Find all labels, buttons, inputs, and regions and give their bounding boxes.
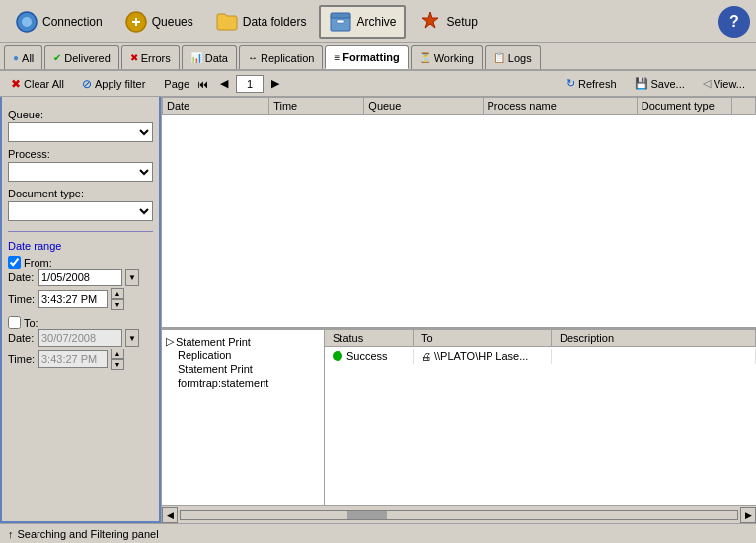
detail-header: Status To Description xyxy=(325,330,756,347)
tab-all[interactable]: ● All xyxy=(4,45,42,69)
printer-icon: 🖨 xyxy=(421,351,431,362)
from-date-row: Date: ▼ xyxy=(8,269,153,286)
save-icon: 💾 xyxy=(635,77,648,90)
action-bar: ✖ Clear All ⊘ Apply filter Page ⏮ ◀ ▶ ↻ … xyxy=(0,71,756,97)
to-time-input[interactable] xyxy=(38,350,108,368)
filter-panel: Queue: Process: Document type: Date rang… xyxy=(0,97,161,523)
from-checkbox-row: From: xyxy=(8,256,153,269)
queue-select[interactable] xyxy=(8,122,153,142)
from-date-spin[interactable]: ▼ xyxy=(125,269,139,286)
delivered-icon: ✔ xyxy=(53,52,61,63)
tab-bar: ● All ✔ Delivered ✖ Errors 📊 Data ↔ Repl… xyxy=(0,43,756,71)
to-checkbox-row: To: xyxy=(8,316,153,329)
time-label-from: Time: xyxy=(8,293,36,305)
hscroll[interactable]: ◀ ▶ xyxy=(162,505,756,523)
tab-errors[interactable]: ✖ Errors xyxy=(121,45,180,69)
detail-description xyxy=(552,349,756,364)
hscroll-track[interactable] xyxy=(180,510,738,520)
archive-label: Archive xyxy=(356,15,396,29)
tab-working[interactable]: ⏳ Working xyxy=(411,45,483,69)
tab-data-label: Data xyxy=(205,52,228,64)
tab-delivered-label: Delivered xyxy=(64,52,110,64)
document-type-select[interactable] xyxy=(8,201,153,221)
to-spin-down-icon[interactable]: ▼ xyxy=(111,359,124,370)
right-panel: Date Time Queue Process name Document ty… xyxy=(161,97,756,523)
spin-up-icon[interactable]: ▲ xyxy=(111,288,124,299)
queue-label: Queue: xyxy=(8,109,153,120)
save-button[interactable]: 💾 Save... xyxy=(628,74,692,93)
setup-button[interactable]: Setup xyxy=(410,6,486,38)
process-label: Process: xyxy=(8,148,153,160)
tree-item-replication[interactable]: Replication xyxy=(166,349,320,362)
clear-all-label: Clear All xyxy=(24,78,64,90)
document-type-field: Document type: xyxy=(8,188,153,221)
tree-label-2: Statement Print xyxy=(178,363,253,375)
spin-down-icon[interactable]: ▼ xyxy=(111,299,124,310)
to-checkbox[interactable] xyxy=(8,316,21,329)
folder-icon xyxy=(215,10,239,34)
col-time: Time xyxy=(269,98,364,115)
tree-label-1: Replication xyxy=(178,349,231,361)
clear-all-button[interactable]: ✖ Clear All xyxy=(4,74,71,94)
tab-delivered[interactable]: ✔ Delivered xyxy=(44,45,118,69)
document-type-label: Document type: xyxy=(8,188,153,199)
hscroll-thumb[interactable] xyxy=(347,511,387,519)
detail-col-status: Status xyxy=(325,330,414,346)
tab-data[interactable]: 📊 Data xyxy=(182,45,237,69)
help-button[interactable]: ? xyxy=(718,6,750,38)
data-table[interactable]: Date Time Queue Process name Document ty… xyxy=(162,97,756,328)
process-field: Process: xyxy=(8,148,153,182)
tab-replication[interactable]: ↔ Replication xyxy=(239,45,323,69)
next-page-button[interactable]: ▶ xyxy=(267,75,283,92)
tree-item-formtrap[interactable]: formtrap:statement xyxy=(166,376,320,390)
col-queue: Queue xyxy=(364,98,483,115)
svg-rect-4 xyxy=(331,13,350,18)
main-content: Queue: Process: Document type: Date rang… xyxy=(0,97,756,523)
from-time-input[interactable] xyxy=(38,290,108,308)
tab-formatting[interactable]: ≡ Formatting xyxy=(325,45,408,69)
tree-panel: ▷ Statement Print Replication Statement … xyxy=(162,330,325,505)
from-checkbox[interactable] xyxy=(8,256,21,269)
to-date-spin[interactable]: ▼ xyxy=(125,329,139,347)
top-toolbar: Connection Queues Data folders Archive S… xyxy=(0,0,756,43)
all-icon: ● xyxy=(13,52,19,63)
from-date-input[interactable] xyxy=(38,269,122,286)
clear-icon: ✖ xyxy=(11,77,21,91)
apply-filter-button[interactable]: ⊘ Apply filter xyxy=(75,74,152,94)
filter-icon: ⊘ xyxy=(82,77,92,91)
hscroll-left-arrow[interactable]: ◀ xyxy=(162,507,178,523)
tree-expand-icon: ▷ xyxy=(166,335,174,348)
page-number-input[interactable] xyxy=(236,75,264,93)
connection-button[interactable]: Connection xyxy=(6,6,112,38)
to-spin-up-icon[interactable]: ▲ xyxy=(111,349,124,359)
detail-status: Success xyxy=(325,349,414,364)
col-date: Date xyxy=(163,98,269,115)
tab-replication-label: Replication xyxy=(261,52,314,64)
tree-item-statement-print-2[interactable]: Statement Print xyxy=(166,362,320,376)
process-select[interactable] xyxy=(8,162,153,182)
to-time-spin[interactable]: ▲ ▼ xyxy=(111,349,124,370)
tree-item-statement-print[interactable]: ▷ Statement Print xyxy=(166,334,320,349)
detail-row-0[interactable]: Success 🖨 \\PLATO\HP Lase... xyxy=(325,347,756,366)
prev-page-button[interactable]: ◀ xyxy=(216,75,232,92)
queues-button[interactable]: Queues xyxy=(115,6,202,38)
tree-label-3: formtrap:statement xyxy=(178,377,268,389)
from-time-spin[interactable]: ▲ ▼ xyxy=(111,288,124,310)
detail-col-description: Description xyxy=(552,330,756,346)
view-button[interactable]: ◁ View... xyxy=(696,74,752,93)
to-text: \\PLATO\HP Lase... xyxy=(434,350,528,362)
to-time-row: Time: ▲ ▼ xyxy=(8,349,153,370)
archive-button[interactable]: Archive xyxy=(319,5,406,39)
refresh-button[interactable]: ↻ Refresh xyxy=(560,74,624,93)
data-folders-button[interactable]: Data folders xyxy=(206,6,316,38)
detail-to: 🖨 \\PLATO\HP Lase... xyxy=(414,349,552,364)
tab-logs[interactable]: 📋 Logs xyxy=(485,45,541,69)
setup-label: Setup xyxy=(446,15,477,29)
to-date-input[interactable] xyxy=(38,329,122,347)
first-page-button[interactable]: ⏮ xyxy=(193,76,212,92)
refresh-icon: ↻ xyxy=(567,77,575,90)
apply-filter-label: Apply filter xyxy=(95,78,145,90)
hscroll-right-arrow[interactable]: ▶ xyxy=(740,507,756,523)
status-arrow: ↑ xyxy=(8,528,14,540)
data-icon: 📊 xyxy=(190,52,202,63)
